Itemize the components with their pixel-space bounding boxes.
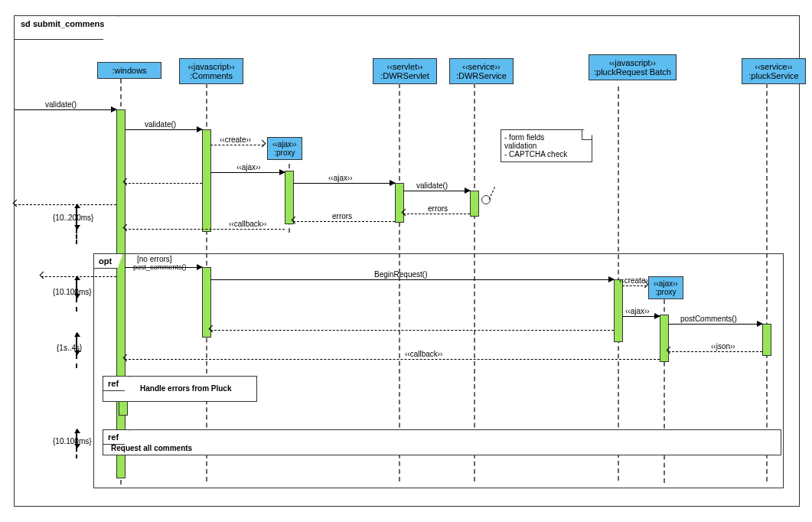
note-connector [489, 187, 496, 200]
lifeline-pluckreq: ‹‹javascript››:pluckRequest Batch [589, 54, 677, 80]
lifeline-dwrservice: ‹‹service››:DWRService [449, 58, 514, 84]
act-proxy1 [285, 171, 294, 224]
frame-title: sd submit_commens [14, 15, 119, 40]
act-dwrservlet [395, 183, 404, 223]
msg-ajax3 [622, 316, 660, 317]
msg-ajax2 [293, 183, 395, 184]
msg-create2 [622, 285, 647, 286]
diagram-frame: sd submit_commens :windows ‹‹javascript›… [14, 15, 800, 507]
time3-dash [76, 354, 77, 368]
lifeline-pluckservice: ‹‹service››:pluckService [742, 58, 806, 84]
lifeline-dwrservlet: ‹‹servlet››:DWRServlet [373, 58, 437, 84]
msg-begin [210, 279, 614, 280]
ref2: ref Request all comments [103, 429, 781, 455]
opt-label: opt [93, 253, 123, 269]
msg-json [668, 351, 762, 352]
msg-errors1 [403, 214, 470, 214]
msg-callback2 [125, 359, 660, 360]
sequence-diagram: sd submit_commens :windows ‹‹javascript›… [0, 0, 812, 522]
proxy2: ‹‹ajax››:proxy [648, 276, 683, 299]
msg-ajax1 [210, 172, 285, 173]
msg-callback1 [125, 229, 285, 230]
ref1: ref Handle errors from Pluck [103, 376, 257, 402]
msg-validate2 [125, 129, 202, 130]
time1-dash [76, 229, 77, 244]
msg-create1 [210, 145, 264, 145]
time4-dash [76, 448, 77, 458]
lifeline-comments: ‹‹javascript››:Comments [179, 58, 243, 84]
msg-ret-out [15, 204, 116, 205]
lifeline-windows: :windows [97, 62, 161, 79]
msg-ret-begin [210, 330, 614, 331]
msg-errors2 [293, 221, 395, 222]
time2-dash [76, 298, 77, 312]
msg-validate1 [15, 109, 116, 110]
msg-postcomm [668, 324, 762, 325]
proxy1: ‹‹ajax››:proxy [267, 137, 302, 160]
note-validation: - form fields validation - CAPTCHA check [501, 129, 592, 162]
act-dwrservice [470, 191, 479, 217]
msg-ret1 [125, 183, 202, 184]
msg-validate3 [403, 191, 470, 191]
